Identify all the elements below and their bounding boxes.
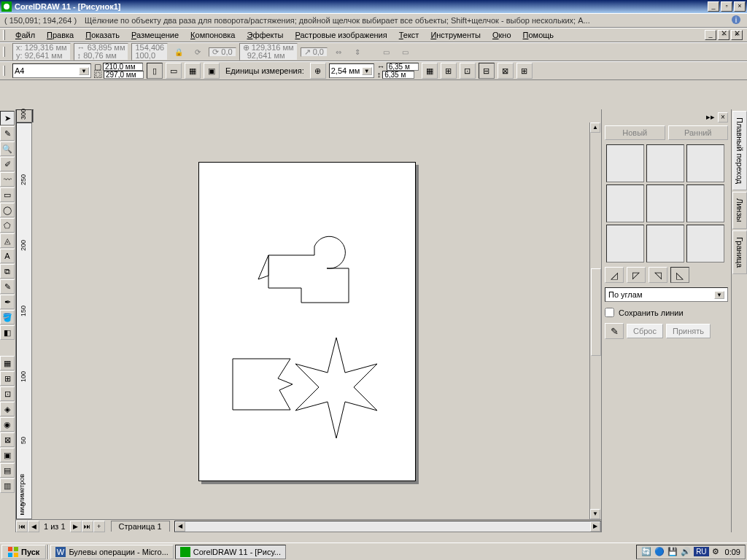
fill-tool[interactable]: 🪣: [0, 310, 15, 324]
basic-shapes-tool[interactable]: ◬: [0, 233, 15, 248]
corner-1-button[interactable]: ◿: [605, 267, 624, 283]
mdi-min[interactable]: _: [705, 30, 716, 40]
extra-tool-8[interactable]: ▤: [0, 463, 15, 478]
scroll-thumb[interactable]: [591, 268, 601, 356]
docker-prev-button[interactable]: Ранний: [668, 125, 729, 140]
menu-компоновка[interactable]: Компоновка: [185, 29, 241, 41]
mdi-minimize[interactable]: ⤬: [718, 28, 729, 39]
interactive-fill-tool[interactable]: ◧: [0, 325, 15, 340]
lang-indicator[interactable]: RU: [694, 547, 708, 556]
extra-tool-1[interactable]: ▦: [0, 356, 15, 370]
nudge-fields[interactable]: ↔ ↕: [377, 63, 419, 79]
page-layout-button[interactable]: ▦: [185, 63, 201, 79]
tray-icon[interactable]: 🔵: [654, 547, 665, 557]
last-page-button[interactable]: ⏭: [82, 521, 93, 532]
preset-cell[interactable]: [646, 144, 684, 182]
tray-icon[interactable]: 💾: [667, 547, 678, 557]
scroll-down-button[interactable]: ▼: [590, 509, 600, 519]
paper-format-combo[interactable]: A4▼: [12, 63, 91, 78]
scroll-up-button[interactable]: ▲: [590, 122, 600, 133]
extra-tool-7[interactable]: ▣: [0, 448, 15, 462]
preset-cell[interactable]: [686, 144, 724, 182]
shape-tool[interactable]: ✎: [0, 126, 15, 141]
docker-expand-icon[interactable]: ▸▸: [706, 112, 715, 122]
ellipse-tool[interactable]: ◯: [0, 203, 15, 217]
preset-cell[interactable]: [686, 184, 724, 222]
prev-page-button[interactable]: ◀: [28, 521, 39, 532]
docker-tab-blend[interactable]: Плавный переход: [732, 111, 747, 190]
maximize-button[interactable]: ▫: [721, 1, 732, 12]
snap-button-4[interactable]: ⊟: [479, 63, 495, 79]
menu-помощь[interactable]: Помощь: [517, 29, 560, 41]
scroll-left-button[interactable]: ◀: [175, 521, 185, 532]
eyedropper-button[interactable]: ✎: [605, 323, 624, 339]
docker-tab-lens[interactable]: Линзы: [732, 192, 747, 228]
tray-icon[interactable]: 🔊: [681, 547, 691, 557]
menu-показать[interactable]: Показать: [80, 29, 125, 41]
next-page-button[interactable]: ▶: [70, 521, 82, 532]
extra-tool-9[interactable]: ▥: [0, 478, 15, 493]
preset-cell[interactable]: [606, 225, 644, 262]
drawing-page[interactable]: [198, 162, 416, 481]
start-button[interactable]: Пуск: [1, 545, 46, 559]
first-page-button[interactable]: ⏮: [16, 521, 28, 532]
eyedropper-tool[interactable]: ✎: [0, 279, 15, 294]
snap-button-5[interactable]: ⊠: [498, 63, 514, 79]
blend-tool[interactable]: ⧉: [0, 264, 15, 279]
preset-cell[interactable]: [606, 184, 644, 222]
polygon-tool[interactable]: ⬠: [0, 218, 15, 233]
apply-button[interactable]: Принять: [666, 324, 711, 338]
scroll-right-button[interactable]: ▶: [590, 521, 600, 532]
close-button[interactable]: ×: [734, 1, 746, 12]
to-front-button[interactable]: ▭: [379, 44, 395, 60]
mirror-h-button[interactable]: ⇔: [330, 44, 347, 60]
corner-3-button[interactable]: ◹: [649, 267, 667, 283]
menu-файл[interactable]: Файл: [9, 29, 41, 41]
preset-cell[interactable]: [646, 184, 684, 222]
menu-размещение[interactable]: Размещение: [125, 29, 185, 41]
task-word[interactable]: W Булевы операции - Micro...: [50, 545, 173, 559]
extra-tool-3[interactable]: ⊡: [0, 386, 15, 401]
menu-эффекты[interactable]: Эффекты: [241, 29, 289, 41]
extra-tool-4[interactable]: ◈: [0, 402, 15, 416]
rotate-button[interactable]: ⟳: [190, 44, 206, 60]
add-page-button[interactable]: +: [93, 521, 105, 532]
mode-combo[interactable]: По углам▼: [605, 287, 728, 302]
tray-icon[interactable]: ⚙: [712, 547, 722, 557]
portrait-button[interactable]: ▯: [147, 63, 163, 79]
page-tab[interactable]: Страница 1: [111, 521, 170, 532]
reset-button[interactable]: Сброс: [627, 324, 663, 338]
vertical-scrollbar[interactable]: ▲ ▼: [589, 122, 601, 519]
horizontal-ruler[interactable]: миллиметров 050100150200250300: [32, 109, 34, 122]
freehand-tool[interactable]: ✐: [0, 157, 15, 171]
zoom-tool[interactable]: 🔍: [0, 141, 15, 156]
corner-4-button[interactable]: ◺: [670, 267, 689, 283]
preset-cell[interactable]: [686, 225, 724, 262]
menu-окно[interactable]: Окно: [487, 29, 517, 41]
docker-close-button[interactable]: ×: [718, 112, 728, 122]
grip-icon[interactable]: [3, 30, 5, 40]
mirror-v-button[interactable]: ⇕: [349, 44, 365, 60]
tray-icon[interactable]: 🔄: [641, 547, 651, 557]
outline-tool[interactable]: ✒: [0, 295, 15, 309]
vertical-ruler[interactable]: миллиметров 050100150200250300: [16, 122, 32, 519]
canvas[interactable]: [32, 122, 589, 519]
menu-инструменты[interactable]: Инструменты: [425, 29, 487, 41]
corner-2-button[interactable]: ◸: [627, 267, 646, 283]
text-tool[interactable]: A: [0, 249, 15, 263]
menu-растровые изображения[interactable]: Растровые изображения: [290, 29, 393, 41]
landscape-button[interactable]: ▭: [166, 63, 182, 79]
pick-tool[interactable]: ➤: [0, 111, 15, 125]
snap-button-3[interactable]: ⊡: [460, 63, 476, 79]
docker-new-button[interactable]: Новый: [605, 125, 665, 140]
preset-cell[interactable]: [606, 144, 644, 182]
page-frame-button[interactable]: ▣: [204, 63, 220, 79]
task-coreldraw[interactable]: CorelDRAW 11 - [Рису...: [175, 545, 286, 559]
minimize-button[interactable]: _: [708, 1, 719, 12]
menu-текст[interactable]: Текст: [393, 29, 425, 41]
paper-size-fields[interactable]: ▢ ⿴: [94, 63, 144, 79]
snap-button-2[interactable]: ⊞: [441, 63, 457, 79]
grip-icon[interactable]: [3, 66, 5, 76]
extra-tool-2[interactable]: ⊞: [0, 371, 15, 386]
help-icon[interactable]: i: [731, 15, 743, 26]
